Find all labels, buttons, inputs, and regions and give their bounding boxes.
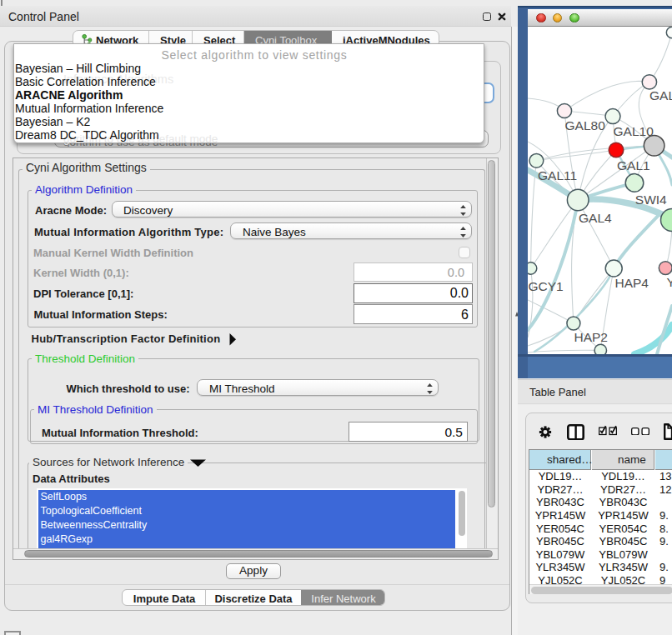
svg-text:GAL1: GAL1 — [617, 158, 650, 172]
svg-text:GAL80: GAL80 — [565, 118, 606, 132]
svg-text:HAP4: HAP4 — [615, 276, 649, 290]
svg-text:GAL10: GAL10 — [614, 124, 654, 138]
svg-text:GAL: GAL — [649, 88, 672, 102]
svg-text:GAL4: GAL4 — [579, 211, 612, 225]
svg-text:SWI4: SWI4 — [635, 192, 667, 207]
svg-text:GCY1: GCY1 — [529, 279, 564, 293]
svg-text:GAL11: GAL11 — [538, 168, 577, 182]
svg-text:Y: Y — [667, 275, 672, 289]
svg-text:HAP2: HAP2 — [574, 330, 609, 344]
